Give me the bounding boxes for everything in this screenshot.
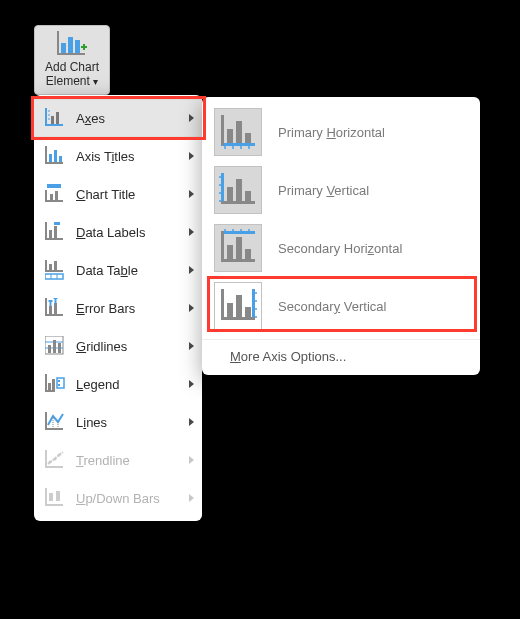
svg-point-60	[58, 454, 61, 457]
svg-rect-67	[227, 129, 233, 143]
svg-rect-6	[45, 124, 63, 126]
svg-rect-71	[221, 201, 255, 204]
gridlines-icon	[44, 335, 66, 357]
error-bars-icon	[44, 297, 66, 319]
svg-rect-53	[45, 412, 47, 430]
svg-rect-22	[54, 226, 57, 238]
svg-rect-49	[57, 378, 64, 388]
svg-rect-79	[236, 237, 242, 259]
menu-item-label: Error Bars	[76, 301, 185, 316]
svg-rect-16	[45, 190, 47, 202]
svg-rect-85	[236, 295, 242, 317]
svg-point-58	[49, 461, 52, 464]
svg-rect-75	[221, 231, 255, 234]
menu-item-label: Gridlines	[76, 339, 185, 354]
svg-rect-82	[221, 289, 224, 319]
svg-rect-47	[48, 383, 51, 390]
submenu-item-label: Secondary Vertical	[278, 299, 386, 314]
submenu-item-label: Secondary Horizontal	[278, 241, 402, 256]
svg-rect-0	[57, 53, 85, 55]
submenu-item-primary-vertical[interactable]: Primary Vertical	[202, 161, 480, 219]
menu-item-data-labels[interactable]: Data Labels	[34, 213, 202, 251]
submenu-arrow-icon	[189, 228, 194, 236]
menu-item-gridlines[interactable]: Gridlines	[34, 327, 202, 365]
submenu-arrow-icon	[189, 152, 194, 160]
chart-element-menu: Axes Axis Titles Chart Title Data Labels…	[34, 95, 202, 521]
svg-rect-12	[54, 150, 57, 162]
add-chart-element-label: Add Chart Element ▾	[37, 60, 107, 89]
legend-icon	[44, 373, 66, 395]
submenu-item-label: Primary Horizontal	[278, 125, 385, 140]
menu-item-legend[interactable]: Legend	[34, 365, 202, 403]
submenu-arrow-icon	[189, 418, 194, 426]
svg-rect-23	[54, 222, 60, 225]
submenu-arrow-icon	[189, 456, 194, 464]
menu-item-trendline: Trendline	[34, 441, 202, 479]
svg-rect-20	[45, 222, 47, 240]
data-labels-icon	[44, 221, 66, 243]
svg-rect-57	[45, 450, 47, 468]
svg-rect-62	[45, 488, 47, 506]
svg-rect-61	[45, 504, 63, 506]
svg-rect-11	[49, 154, 52, 162]
svg-rect-1	[57, 31, 59, 55]
svg-rect-66	[221, 115, 224, 145]
svg-rect-44	[58, 343, 61, 353]
svg-rect-8	[56, 112, 59, 124]
svg-rect-74	[245, 191, 251, 201]
axis-secondary-h-icon	[214, 224, 262, 272]
svg-rect-72	[227, 187, 233, 201]
svg-rect-26	[49, 264, 52, 270]
axis-primary-h-icon	[214, 108, 262, 156]
menu-item-label: Chart Title	[76, 187, 185, 202]
svg-rect-9	[45, 162, 63, 164]
menu-item-label: Legend	[76, 377, 185, 392]
svg-rect-50	[58, 380, 60, 382]
submenu-item-primary-horizontal[interactable]: Primary Horizontal	[202, 103, 480, 161]
svg-rect-31	[45, 314, 63, 316]
svg-rect-34	[54, 303, 57, 314]
menu-item-label: Axes	[76, 111, 185, 126]
submenu-arrow-icon	[189, 494, 194, 502]
chevron-down-icon: ▾	[93, 76, 98, 87]
menu-item-lines[interactable]: Lines	[34, 403, 202, 441]
menu-item-label: Trendline	[76, 453, 185, 468]
svg-rect-18	[55, 191, 58, 200]
svg-rect-76	[221, 231, 224, 261]
svg-rect-28	[45, 274, 63, 279]
submenu-item-label: Primary Vertical	[278, 183, 369, 198]
svg-rect-17	[50, 194, 53, 200]
svg-rect-32	[45, 298, 47, 316]
trendline-icon	[44, 449, 66, 471]
menu-item-label: Lines	[76, 415, 185, 430]
menu-item-axes[interactable]: Axes	[34, 99, 202, 137]
more-axis-options[interactable]: More Axis Options...	[202, 339, 480, 373]
menu-item-axis-titles[interactable]: Axis Titles	[34, 137, 202, 175]
svg-rect-25	[45, 260, 47, 272]
submenu-item-secondary-vertical[interactable]: Secondary Vertical	[202, 277, 480, 335]
svg-rect-10	[45, 146, 47, 164]
svg-rect-24	[45, 270, 63, 272]
menu-item-updown-bars: Up/Down Bars	[34, 479, 202, 517]
add-chart-element-icon	[57, 31, 87, 60]
svg-rect-4	[75, 40, 80, 53]
svg-rect-69	[245, 133, 251, 143]
submenu-arrow-icon	[189, 304, 194, 312]
svg-rect-78	[227, 245, 233, 259]
submenu-arrow-icon	[189, 380, 194, 388]
submenu-item-secondary-horizontal[interactable]: Secondary Horizontal	[202, 219, 480, 277]
menu-item-data-table[interactable]: Data Table	[34, 251, 202, 289]
menu-item-chart-title[interactable]: Chart Title	[34, 175, 202, 213]
axes-icon	[44, 107, 66, 129]
updown-bars-icon	[44, 487, 66, 509]
svg-rect-86	[245, 307, 251, 317]
svg-rect-68	[236, 121, 242, 143]
lines-icon	[44, 411, 66, 433]
svg-rect-63	[49, 493, 53, 501]
svg-rect-64	[56, 491, 60, 501]
menu-item-label: Data Labels	[76, 225, 185, 240]
add-chart-element-button[interactable]: Add Chart Element ▾	[34, 25, 110, 95]
svg-rect-73	[236, 179, 242, 201]
svg-rect-52	[45, 428, 63, 430]
menu-item-error-bars[interactable]: Error Bars	[34, 289, 202, 327]
